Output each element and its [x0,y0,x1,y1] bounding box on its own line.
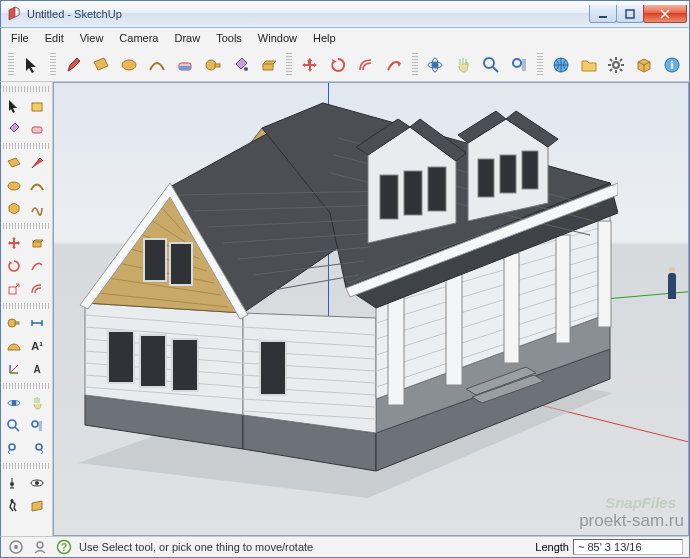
zoom-icon[interactable] [3,415,25,437]
eraser-icon[interactable] [26,118,48,140]
rectangle-icon[interactable] [89,52,115,78]
zoom-extents-icon[interactable] [506,52,532,78]
rotate-icon[interactable] [3,255,25,277]
svg-rect-30 [39,421,42,431]
svg-rect-53 [170,243,192,285]
3d-text-icon[interactable]: A [26,358,48,380]
select-tool-icon[interactable] [19,52,45,78]
menu-help[interactable]: Help [305,30,344,46]
svg-rect-21 [9,287,16,294]
follow-me-icon[interactable] [26,255,48,277]
circle-icon[interactable] [3,175,25,197]
section-plane-icon[interactable] [26,495,48,517]
svg-point-15 [613,62,619,68]
svg-point-8 [432,62,438,68]
push-pull-icon[interactable] [256,52,282,78]
toolbar-grip[interactable] [3,303,50,309]
globe-icon[interactable] [548,52,574,78]
geo-location-icon[interactable] [7,538,25,556]
paint-bucket-icon[interactable] [228,52,254,78]
toolbar-grip[interactable] [537,53,543,77]
svg-rect-45 [478,159,494,197]
move-icon[interactable] [3,232,25,254]
status-bar: ? Use Select tool, or pick one thing to … [0,536,690,558]
previous-view-icon[interactable] [3,438,25,460]
menu-edit[interactable]: Edit [37,30,72,46]
toolbar-grip[interactable] [3,223,50,229]
svg-rect-42 [380,175,398,219]
offset-icon[interactable] [353,52,379,78]
tape-icon[interactable] [200,52,226,78]
model-house[interactable] [58,83,618,513]
svg-rect-41 [598,221,611,327]
folder-icon[interactable] [576,52,602,78]
credits-icon[interactable] [31,538,49,556]
toolbar-grip[interactable] [3,143,50,149]
push-pull-icon[interactable] [26,232,48,254]
paint-bucket-icon[interactable] [3,118,25,140]
package-icon[interactable] [631,52,657,78]
close-button[interactable] [643,5,687,23]
rotate-icon[interactable] [325,52,351,78]
menu-view[interactable]: View [72,30,112,46]
menu-file[interactable]: File [3,30,37,46]
menu-draw[interactable]: Draw [166,30,208,46]
menu-tools[interactable]: Tools [208,30,250,46]
toolbar-grip[interactable] [3,86,50,92]
help-icon[interactable]: ? [55,538,73,556]
position-camera-icon[interactable] [3,472,25,494]
menu-camera[interactable]: Camera [111,30,166,46]
menu-window[interactable]: Window [250,30,305,46]
viewport[interactable]: SnapFiles proekt-sam.ru [53,82,689,536]
zoom-window-icon[interactable] [26,415,48,437]
make-component-icon[interactable] [26,95,48,117]
follow-me-icon[interactable] [381,52,407,78]
maximize-button[interactable] [616,5,644,23]
axis-red [414,373,689,447]
polygon-icon[interactable] [3,198,25,220]
text-icon[interactable]: A¹ [26,335,48,357]
gear-icon[interactable] [604,52,630,78]
svg-point-31 [9,444,15,450]
freehand-icon[interactable] [26,198,48,220]
svg-point-32 [36,444,42,450]
title-bar: Untitled - SketchUp [0,0,690,28]
toolbar-grip[interactable] [412,53,418,77]
next-view-icon[interactable] [26,438,48,460]
toolbar-grip[interactable] [8,53,14,77]
pencil-icon[interactable] [61,52,87,78]
svg-point-56 [37,542,43,548]
line-icon[interactable] [26,152,48,174]
orbit-icon[interactable] [3,392,25,414]
rectangle-icon[interactable] [3,152,25,174]
minimize-button[interactable] [589,5,617,23]
dimension-icon[interactable] [26,312,48,334]
svg-rect-48 [108,331,134,383]
toolbar-grip[interactable] [50,53,56,77]
info-icon[interactable]: i [659,52,685,78]
toolbar-grip[interactable] [286,53,292,77]
orbit-icon[interactable] [423,52,449,78]
pan-icon[interactable] [450,52,476,78]
length-field[interactable]: ~ 85' 3 13/16 [573,539,683,555]
move-icon[interactable] [297,52,323,78]
watermark-snapfiles: SnapFiles [605,494,676,511]
circle-icon[interactable] [116,52,142,78]
walk-icon[interactable] [3,495,25,517]
offset-icon[interactable] [26,278,48,300]
eraser-icon[interactable] [172,52,198,78]
scale-figure[interactable] [668,273,676,299]
arc-icon[interactable] [144,52,170,78]
toolbar-grip[interactable] [3,463,50,469]
zoom-icon[interactable] [478,52,504,78]
arc-icon[interactable] [26,175,48,197]
toolbar-grip[interactable] [3,383,50,389]
scale-icon[interactable] [3,278,25,300]
pan-icon[interactable] [26,392,48,414]
menu-bar: File Edit View Camera Draw Tools Window … [0,28,690,48]
protractor-icon[interactable] [3,335,25,357]
select-tool-icon[interactable] [3,95,25,117]
axes-icon[interactable] [3,358,25,380]
look-around-icon[interactable] [26,472,48,494]
tape-icon[interactable] [3,312,25,334]
